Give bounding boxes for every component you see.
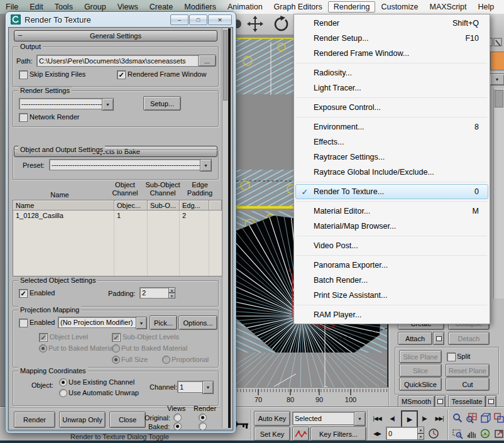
browse-button[interactable]: ...: [198, 55, 216, 67]
next-frame-button[interactable]: |▶: [417, 412, 431, 425]
rotate-icon[interactable]: [275, 16, 287, 30]
original-views-radio[interactable]: [173, 413, 182, 422]
menu-item-radiosity[interactable]: Radiosity...: [295, 65, 488, 80]
original-render-radio[interactable]: [199, 413, 207, 422]
selection-set-dropdown-arrow[interactable]: ▼: [354, 412, 366, 426]
slice-plane-button[interactable]: Slice Plane: [399, 350, 442, 363]
zoom-extents-all-button[interactable]: [492, 410, 504, 425]
move-icon[interactable]: [247, 16, 263, 32]
preset-dropdown-arrow[interactable]: ▼: [200, 159, 212, 172]
enabled-checkbox[interactable]: ✓: [19, 289, 28, 298]
rollout-general-settings[interactable]: – General Settings: [14, 30, 217, 41]
region-zoom-button[interactable]: [451, 426, 464, 440]
dialog-titlebar[interactable]: Render To Texture – □ ✕: [6, 12, 236, 27]
skip-existing-checkbox[interactable]: [19, 70, 28, 79]
key-filters-button[interactable]: Key Filters...: [310, 427, 366, 441]
panel-dropdown-arrow[interactable]: ▼: [490, 74, 504, 85]
tessellate-settings-button[interactable]: [486, 395, 496, 408]
default-tangent-button[interactable]: [292, 427, 309, 441]
zoom-extents-button[interactable]: [478, 410, 491, 425]
attach-settings-button[interactable]: [433, 332, 444, 345]
table-row[interactable]: 1_0128_Casilla 1 2: [13, 211, 222, 221]
use-existing-channel-radio[interactable]: [59, 378, 67, 386]
play-button[interactable]: ▶: [401, 410, 418, 428]
reset-plane-button[interactable]: Reset Plane: [446, 364, 490, 377]
minimize-button[interactable]: –: [170, 14, 189, 25]
split-checkbox[interactable]: [447, 353, 456, 361]
orbit-button[interactable]: [478, 426, 491, 440]
menu-item-light-tracer[interactable]: Light Tracer...: [295, 80, 488, 96]
padding-spinner[interactable]: ▲▼: [168, 287, 175, 298]
projection-modifier-dropdown-arrow[interactable]: ▼: [136, 317, 147, 329]
slice-button[interactable]: Slice: [399, 364, 442, 377]
menu-maxscript[interactable]: MAXScript: [424, 1, 472, 13]
projection-enabled-checkbox[interactable]: [19, 319, 28, 327]
menu-item-exposure-control[interactable]: Exposure Control...: [295, 100, 488, 115]
put-to-baked-object-radio[interactable]: [39, 344, 47, 353]
render-button[interactable]: Render: [14, 412, 55, 428]
options-button[interactable]: Options...: [178, 315, 217, 330]
rendered-frame-window-checkbox[interactable]: ✓: [117, 70, 126, 79]
channel-dropdown-arrow[interactable]: ▼: [202, 381, 214, 394]
unwrap-only-button[interactable]: Unwrap Only: [59, 412, 106, 428]
frame-spinner[interactable]: ▲▼: [417, 427, 424, 440]
selection-set-dropdown[interactable]: Selected: [292, 412, 359, 425]
attach-button[interactable]: Attach: [398, 332, 432, 345]
object-level-checkbox[interactable]: ✓: [39, 333, 48, 342]
setup-button[interactable]: Setup...: [143, 96, 181, 111]
menu-item-render-setup[interactable]: Render Setup...F10: [295, 31, 488, 46]
time-configuration-button[interactable]: [427, 427, 441, 440]
col-edge-padding[interactable]: Edg...: [180, 200, 209, 211]
menu-item-panorama-exporter[interactable]: Panorama Exporter...: [295, 258, 488, 273]
menu-customize[interactable]: Customize: [375, 1, 424, 13]
go-to-start-button[interactable]: |◀◀: [370, 412, 384, 425]
menu-graph-editors[interactable]: Graph Editors: [268, 1, 328, 13]
col-object-channel[interactable]: Objec...: [114, 200, 148, 211]
menu-item-print-size-assistant[interactable]: Print Size Assistant...: [295, 288, 488, 303]
maximize-viewport-toggle-button[interactable]: [492, 426, 504, 440]
col-name[interactable]: Name: [13, 200, 114, 211]
panel-scrollbar[interactable]: [493, 89, 504, 298]
timeline-ruler[interactable]: 70 80 90 100: [236, 387, 388, 408]
close-button[interactable]: ✕: [208, 14, 232, 25]
render-preset-dropdown[interactable]: ----------------------------------------: [19, 98, 106, 109]
go-to-end-button[interactable]: ▶▶|: [432, 412, 446, 425]
menu-item-raytracer-settings[interactable]: Raytracer Settings...: [295, 150, 488, 165]
msmooth-settings-button[interactable]: [435, 395, 446, 408]
menu-item-material-editor[interactable]: Material Editor...M: [295, 204, 488, 219]
baked-render-radio[interactable]: [199, 422, 207, 430]
cut-button[interactable]: Cut: [446, 378, 490, 391]
object-color-swatch[interactable]: [490, 52, 504, 70]
network-render-checkbox[interactable]: [19, 113, 28, 122]
pick-button[interactable]: Pick...: [150, 315, 177, 330]
zoom-all-button[interactable]: [464, 410, 478, 425]
menu-item-material-map-browser[interactable]: Material/Map Browser...: [295, 219, 488, 234]
set-key-button[interactable]: Set Key: [254, 427, 290, 441]
proportional-radio[interactable]: [162, 356, 170, 364]
use-automatic-unwrap-radio[interactable]: [59, 389, 67, 397]
sub-object-levels-checkbox[interactable]: ✓: [112, 333, 121, 342]
menu-item-render-to-texture[interactable]: ✓ Render To Texture... 0: [295, 184, 488, 199]
full-size-radio[interactable]: [112, 356, 120, 364]
zoom-button[interactable]: [451, 410, 464, 425]
preset-dropdown[interactable]: ----------------------------------------…: [49, 159, 204, 170]
quickslice-button[interactable]: QuickSlice: [399, 378, 442, 391]
menu-item-raytrace-global[interactable]: Raytrace Global Include/Exclude...: [295, 165, 488, 180]
menu-item-effects[interactable]: Effects...: [295, 134, 488, 150]
detach-button[interactable]: Detach: [448, 332, 490, 345]
baked-views-radio[interactable]: [173, 422, 182, 430]
current-frame-field[interactable]: 0: [386, 427, 421, 440]
snap-icon[interactable]: [236, 19, 241, 28]
pan-button[interactable]: [464, 426, 478, 440]
path-field[interactable]: C:\Users\Pere\Documents\3dsmax\sceneasse…: [36, 55, 199, 67]
previous-frame-button[interactable]: ◀|: [385, 412, 399, 425]
key-mode-toggle-button[interactable]: ◀▶: [370, 427, 384, 440]
maximize-button[interactable]: □: [189, 14, 207, 25]
col-sub-object-channel[interactable]: Sub-O...: [148, 200, 180, 211]
tessellate-button[interactable]: Tessellate: [448, 395, 486, 408]
menu-rendering[interactable]: Rendering: [328, 1, 376, 13]
close-dialog-button[interactable]: Close: [109, 412, 146, 428]
padding-field[interactable]: 2: [140, 287, 172, 298]
projection-modifier-dropdown[interactable]: (No Projection Modifier): [58, 317, 140, 328]
put-to-baked-sub-radio[interactable]: [112, 344, 120, 353]
